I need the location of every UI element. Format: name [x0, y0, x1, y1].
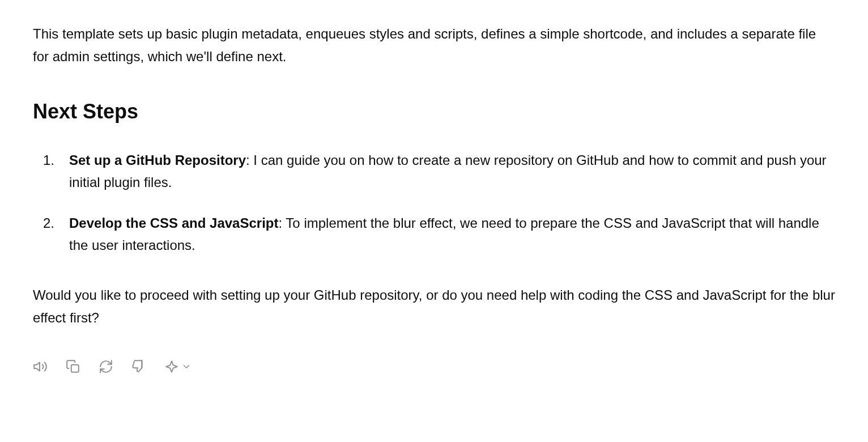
action-bar	[33, 359, 835, 376]
list-item: Set up a GitHub Repository: I can guide …	[33, 149, 835, 194]
svg-rect-0	[71, 365, 79, 372]
intro-paragraph: This template sets up basic plugin metad…	[33, 23, 835, 67]
steps-list: Set up a GitHub Repository: I can guide …	[33, 149, 835, 257]
read-aloud-button[interactable]	[33, 359, 48, 376]
chevron-down-icon	[181, 362, 192, 373]
list-item: Develop the CSS and JavaScript: To imple…	[33, 212, 835, 257]
regenerate-button[interactable]	[99, 359, 113, 376]
model-selector-button[interactable]	[164, 359, 192, 376]
sparkle-icon	[164, 359, 179, 376]
copy-icon	[66, 359, 80, 376]
closing-paragraph: Would you like to proceed with setting u…	[33, 284, 835, 329]
refresh-icon	[99, 359, 113, 376]
step-title: Set up a GitHub Repository	[69, 152, 246, 168]
next-steps-heading: Next Steps	[33, 95, 835, 128]
copy-button[interactable]	[66, 359, 80, 376]
speaker-icon	[33, 359, 48, 376]
step-title: Develop the CSS and JavaScript	[69, 215, 278, 231]
thumbs-down-button[interactable]	[131, 359, 146, 376]
thumbs-down-icon	[131, 359, 146, 376]
